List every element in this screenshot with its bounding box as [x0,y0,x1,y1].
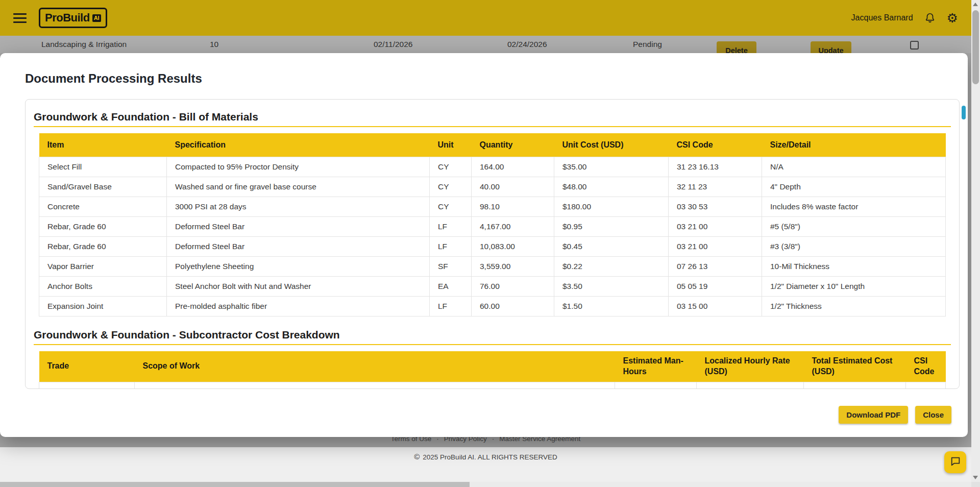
cell: $180.00 [554,197,669,217]
brand-ai-badge: AI [92,14,101,22]
cell: Compacted to 95% Proctor Density [167,157,430,177]
copyright-text: 2025 ProBuild AI. ALL RIGHTS RESERVED [423,453,557,461]
column-header: Specification [167,133,430,157]
chat-button[interactable] [944,451,966,473]
results-card: Groundwork & Foundation - Bill of Materi… [25,99,960,389]
cell: 1/2" Diameter x 10" Length [762,277,946,297]
table-row: Select FillCompacted to 95% Proctor Dens… [39,157,946,177]
vertical-scrollbar[interactable] [971,0,980,482]
column-header: Trade [39,351,135,382]
column-header: Unit Cost (USD) [554,133,669,157]
horizontal-scrollbar[interactable] [0,482,971,487]
modal-actions: Download PDF Close [839,406,951,424]
table-row: Rebar, Grade 60Deformed Steel BarLF10,08… [39,237,946,257]
cell: Expansion Joint [39,297,167,316]
top-bar-right: Jacques Barnard ⚙ [851,12,958,25]
cell: 07 26 13 [669,257,762,277]
cell: 60.00 [472,297,554,316]
cell: 03 30 53 [669,197,762,217]
footer-copyright: ©2025 ProBuild AI. ALL RIGHTS RESERVED [0,452,971,461]
table-row: Anchor BoltsSteel Anchor Bolt with Nut a… [39,277,946,297]
cell: Pre-molded asphaltic fiber [167,297,430,316]
cell: 10-Mil Thickness [762,257,946,277]
column-header: Total Estimated Cost (USD) [804,351,906,382]
cell: 05 05 19 [669,277,762,297]
cell: 40.00 [472,177,554,197]
cell [135,382,615,389]
table-row: Vapor BarrierPolyethylene SheetingSF3,55… [39,257,946,277]
scroll-down-arrow-icon[interactable] [973,476,978,479]
cell: LF [430,217,472,237]
column-header: Item [39,133,167,157]
column-header: CSI Code [669,133,762,157]
table-row [39,382,946,389]
cell: Deformed Steel Bar [167,237,430,257]
cell: Sand/Gravel Base [39,177,167,197]
brand-name: ProBuild [45,11,90,25]
scroll-up-arrow-icon[interactable] [973,3,978,6]
column-header: Unit [430,133,472,157]
cell: Rebar, Grade 60 [39,237,167,257]
cell: CY [430,157,472,177]
cell: N/A [762,157,946,177]
close-button[interactable]: Close [915,406,951,424]
cell: 3000 PSI at 28 days [167,197,430,217]
notifications-bell-icon[interactable] [924,12,936,23]
cell: $3.50 [554,277,669,297]
user-name: Jacques Barnard [851,13,913,22]
cell: #5 (5/8") [762,217,946,237]
settings-gear-icon[interactable]: ⚙ [947,12,958,25]
bom-header-row: ItemSpecificationUnitQuantityUnit Cost (… [39,133,946,157]
modal-scrollbar-thumb[interactable] [962,106,966,119]
column-header: Scope of Work [135,351,615,382]
table-row: Rebar, Grade 60Deformed Steel BarLF4,167… [39,217,946,237]
cell: Vapor Barrier [39,257,167,277]
cell: 10,083.00 [472,237,554,257]
horizontal-scrollbar-thumb[interactable] [0,482,470,487]
cell: Washed sand or fine gravel base course [167,177,430,197]
column-header: Quantity [472,133,554,157]
download-pdf-button[interactable]: Download PDF [839,406,908,424]
column-header: Localized Hourly Rate (USD) [697,351,804,382]
cell: 03 15 00 [669,297,762,316]
document-results-modal: Document Processing Results Groundwork &… [0,53,968,437]
cell: 3,559.00 [472,257,554,277]
cell: 164.00 [472,157,554,177]
cell [697,382,804,389]
app: ProBuild AI Jacques Barnard ⚙ Landscapin… [0,0,980,487]
vertical-scrollbar-thumb[interactable] [972,10,979,84]
column-header: Estimated Man-Hours [615,351,697,382]
cell: $1.50 [554,297,669,316]
top-bar: ProBuild AI Jacques Barnard ⚙ [0,0,971,36]
cell: $48.00 [554,177,669,197]
brand-logo[interactable]: ProBuild AI [39,8,107,28]
column-header: CSI Code [906,351,946,382]
menu-icon[interactable] [13,13,27,23]
sub-header-row: TradeScope of WorkEstimated Man-HoursLoc… [39,351,946,382]
cell: Select Fill [39,157,167,177]
cell [39,382,135,389]
cell: SF [430,257,472,277]
cell: $0.45 [554,237,669,257]
subcontractor-section-title: Groundwork & Foundation - Subcontractor … [34,329,951,341]
cell: Rebar, Grade 60 [39,217,167,237]
cell: 03 21 00 [669,237,762,257]
cell [615,382,697,389]
cell: 4,167.00 [472,217,554,237]
sub-body [39,382,946,389]
cell: 76.00 [472,277,554,297]
cell: LF [430,237,472,257]
bom-body: Select FillCompacted to 95% Proctor Dens… [39,157,946,316]
cell: Steel Anchor Bolt with Nut and Washer [167,277,430,297]
cell: 31 23 16.13 [669,157,762,177]
bom-section-title: Groundwork & Foundation - Bill of Materi… [34,111,951,123]
cell: $35.00 [554,157,669,177]
column-header: Size/Detail [762,133,946,157]
cell: 1/2" Thickness [762,297,946,316]
cell [906,382,946,389]
cell: 03 21 00 [669,217,762,237]
modal-title: Document Processing Results [25,71,960,86]
chat-bubble-icon [950,456,961,469]
scrollbar-corner [971,482,980,487]
cell: Anchor Bolts [39,277,167,297]
